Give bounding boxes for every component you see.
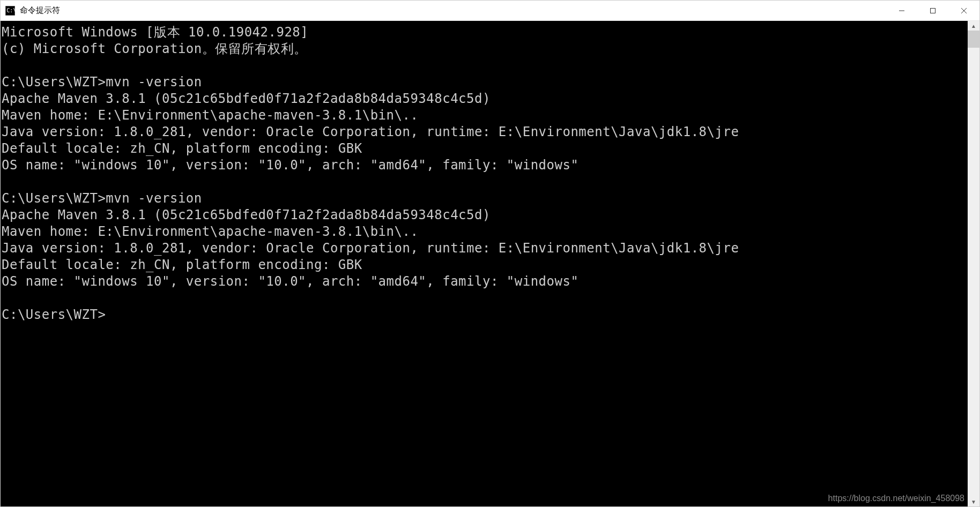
terminal-line: Maven home: E:\Environment\apache-maven-… (2, 224, 418, 239)
terminal-output[interactable]: Microsoft Windows [版本 10.0.19042.928] (c… (1, 21, 968, 506)
scrollbar-thumb[interactable] (968, 31, 979, 48)
terminal-prompt: C:\Users\WZT> (2, 307, 106, 322)
terminal-line: Apache Maven 3.8.1 (05c21c65bdfed0f71a2f… (2, 91, 491, 106)
vertical-scrollbar[interactable]: ▲ ▼ (968, 21, 979, 506)
terminal-line: Microsoft Windows [版本 10.0.19042.928] (2, 25, 308, 40)
command-prompt-window: C:\ 命令提示符 Microsoft Windows [版本 10.0.190… (0, 0, 980, 507)
terminal-container: Microsoft Windows [版本 10.0.19042.928] (c… (1, 21, 979, 506)
svg-text:C:\: C:\ (6, 8, 15, 13)
terminal-prompt: C:\Users\WZT>mvn -version (2, 74, 202, 90)
minimize-button[interactable] (886, 1, 917, 20)
terminal-line: OS name: "windows 10", version: "10.0", … (2, 274, 578, 289)
scroll-up-arrow-icon[interactable]: ▲ (968, 21, 979, 31)
terminal-prompt: C:\Users\WZT>mvn -version (2, 191, 202, 206)
svg-rect-3 (931, 8, 936, 13)
terminal-line: Apache Maven 3.8.1 (05c21c65bdfed0f71a2f… (2, 207, 491, 222)
maximize-button[interactable] (917, 1, 948, 20)
titlebar[interactable]: C:\ 命令提示符 (1, 1, 979, 21)
terminal-line: (c) Microsoft Corporation。保留所有权利。 (2, 41, 307, 56)
window-controls (886, 1, 979, 20)
terminal-line: Maven home: E:\Environment\apache-maven-… (2, 108, 418, 123)
scroll-down-arrow-icon[interactable]: ▼ (968, 497, 979, 506)
terminal-line: Default locale: zh_CN, platform encoding… (2, 141, 362, 156)
terminal-line: Java version: 1.8.0_281, vendor: Oracle … (2, 241, 739, 256)
terminal-line: Default locale: zh_CN, platform encoding… (2, 257, 362, 272)
watermark: https://blog.csdn.net/weixin_458098 (828, 494, 964, 503)
cmd-icon: C:\ (5, 5, 16, 16)
terminal-line: OS name: "windows 10", version: "10.0", … (2, 158, 578, 173)
close-button[interactable] (948, 1, 979, 20)
terminal-line: Java version: 1.8.0_281, vendor: Oracle … (2, 124, 739, 139)
window-title: 命令提示符 (20, 5, 886, 16)
